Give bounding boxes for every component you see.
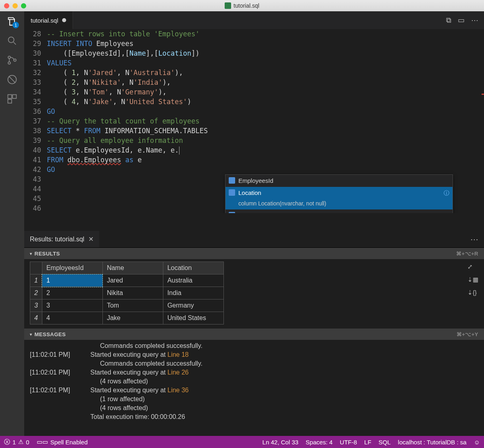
split-editor-icon[interactable]: ⧉ — [446, 16, 451, 25]
fullscreen-window-button[interactable] — [21, 3, 26, 8]
cell[interactable]: 3 — [42, 299, 102, 312]
intellisense-popup[interactable]: EmployeesIdLocationcolumn Location(nvarc… — [225, 174, 453, 213]
results-shortcut: ⌘+⌥+R — [456, 251, 478, 257]
tab-tutorial-sql[interactable]: tutorial.sql — [24, 11, 73, 29]
status-cursor-position[interactable]: Ln 42, Col 33 — [263, 439, 298, 446]
message-row: Commands completed successfully. — [30, 341, 478, 350]
source-control-icon[interactable] — [6, 54, 18, 66]
message-text: Commands completed successfully. — [90, 341, 478, 350]
row-number: 1 — [30, 274, 42, 287]
status-language[interactable]: SQL — [379, 439, 391, 446]
table-row[interactable]: 11JaredAustralia — [30, 274, 224, 287]
svg-rect-6 — [13, 95, 16, 98]
intellisense-item[interactable]: Locationcolumn Location(nvarchar, not nu… — [225, 187, 453, 209]
minimize-window-button[interactable] — [13, 3, 18, 8]
message-timestamp: [11:02:01 PM] — [30, 350, 78, 359]
message-text: Started executing query at Line 18 — [90, 350, 478, 359]
editor-tab-bar: tutorial.sql ⧉ ▭ ⋯ — [24, 11, 484, 29]
collapse-arrow-icon: ▾ — [30, 332, 32, 337]
collapse-arrow-icon: ▾ — [30, 251, 32, 256]
results-tab-label: Results: tutorial.sql — [30, 236, 84, 243]
maximize-grid-icon[interactable]: ⤢ — [467, 263, 478, 270]
more-actions-icon[interactable]: ⋯ — [471, 16, 478, 25]
message-text: (4 rows affected) — [90, 404, 478, 412]
status-spell[interactable]: ▭▭Spell Enabled — [37, 438, 88, 446]
line-link[interactable]: Line 26 — [167, 369, 189, 376]
intellisense-detail: column Location(nvarchar, not null) — [238, 199, 326, 208]
line-link[interactable]: Line 18 — [167, 351, 189, 358]
cell[interactable]: Tom — [102, 299, 163, 312]
debug-icon[interactable] — [6, 73, 18, 86]
status-bar: ⓧ1 ⚠0 ▭▭Spell Enabled Ln 42, Col 33 Spac… — [0, 436, 484, 448]
line-link[interactable]: Line 36 — [167, 387, 189, 394]
info-icon[interactable]: ⓘ — [444, 188, 449, 198]
search-icon[interactable] — [6, 35, 18, 47]
message-row: (4 rows affected) — [30, 377, 478, 386]
column-header[interactable]: Name — [102, 262, 163, 274]
status-eol[interactable]: LF — [364, 439, 371, 446]
error-icon: ⓧ — [4, 438, 10, 446]
close-window-button[interactable] — [4, 3, 9, 8]
explorer-badge: 1 — [13, 22, 19, 28]
messages-panel: Commands completed successfully.[11:02:0… — [24, 340, 484, 425]
message-text: Started executing query at Line 26 — [90, 368, 478, 377]
results-section-header[interactable]: ▾ RESULTS ⌘+⌥+R — [24, 248, 484, 259]
cell[interactable]: Australia — [163, 274, 223, 287]
tab-label: tutorial.sql — [31, 17, 58, 24]
table-row[interactable]: 33TomGermany — [30, 299, 224, 312]
results-grid[interactable]: EmployeesIdNameLocation11JaredAustralia2… — [30, 262, 224, 324]
svg-rect-5 — [8, 95, 12, 98]
status-problems[interactable]: ⓧ1 ⚠0 — [4, 438, 29, 446]
status-connection[interactable]: localhost : TutorialDB : sa — [398, 439, 467, 446]
close-results-icon[interactable]: ✕ — [88, 235, 94, 243]
svg-point-2 — [8, 62, 10, 64]
intellisense-label: EmployeesId — [238, 176, 273, 186]
svg-rect-7 — [8, 99, 12, 103]
status-indentation[interactable]: Spaces: 4 — [306, 439, 333, 446]
cell[interactable]: India — [163, 287, 223, 299]
cell[interactable]: United States — [163, 312, 223, 324]
column-header[interactable]: Location — [163, 262, 223, 274]
message-row: Total execution time: 00:00:00.26 — [30, 412, 478, 421]
message-text: Started executing query at Line 36 — [90, 386, 478, 395]
status-encoding[interactable]: UTF-8 — [340, 439, 357, 446]
table-row[interactable]: 22NikitaIndia — [30, 287, 224, 299]
minimap[interactable] — [476, 29, 484, 213]
feedback-icon[interactable]: ☺ — [474, 439, 480, 446]
message-text: (1 row affected) — [90, 395, 478, 404]
intellisense-item[interactable]: Name — [225, 209, 453, 213]
intellisense-label: Location — [238, 188, 326, 198]
open-changes-icon[interactable]: ▭ — [458, 16, 465, 25]
warning-icon: ⚠ — [18, 438, 23, 446]
table-row[interactable]: 44JakeUnited States — [30, 312, 224, 324]
grid-action-bar: ⤢ ⇣▦ ⇣{} — [467, 262, 478, 324]
results-more-icon[interactable]: ⋯ — [465, 234, 484, 244]
cell[interactable]: Nikita — [102, 287, 163, 299]
column-header[interactable]: EmployeesId — [42, 262, 102, 274]
row-number: 4 — [30, 312, 42, 324]
save-json-icon[interactable]: ⇣{} — [467, 289, 478, 296]
window-title: tutorial.sql — [0, 2, 484, 9]
book-icon: ▭▭ — [37, 438, 48, 446]
intellisense-item[interactable]: EmployeesId — [225, 175, 453, 187]
svg-point-0 — [8, 37, 14, 43]
code-editor[interactable]: 28293031323334353637383940414243444546 -… — [24, 29, 484, 231]
cell[interactable]: 2 — [42, 287, 102, 299]
tab-results[interactable]: Results: tutorial.sql ✕ — [24, 231, 99, 247]
explorer-icon[interactable]: 1 — [6, 15, 18, 27]
message-row: [11:02:01 PM]Started executing query at … — [30, 386, 478, 395]
save-csv-icon[interactable]: ⇣▦ — [467, 276, 478, 283]
messages-section-header[interactable]: ▾ MESSAGES ⌘+⌥+Y — [24, 329, 484, 340]
message-text: (4 rows affected) — [90, 377, 478, 386]
titlebar: tutorial.sql — [0, 0, 484, 11]
cell[interactable]: Germany — [163, 299, 223, 312]
messages-shortcut: ⌘+⌥+Y — [457, 331, 478, 337]
activity-bar: 1 — [0, 11, 24, 436]
cell[interactable]: Jared — [102, 274, 163, 287]
property-icon — [229, 189, 235, 196]
cell[interactable]: 1 — [42, 274, 102, 287]
extensions-icon[interactable] — [6, 93, 18, 105]
cell[interactable]: 4 — [42, 312, 102, 324]
svg-point-1 — [8, 56, 10, 59]
cell[interactable]: Jake — [102, 312, 163, 324]
